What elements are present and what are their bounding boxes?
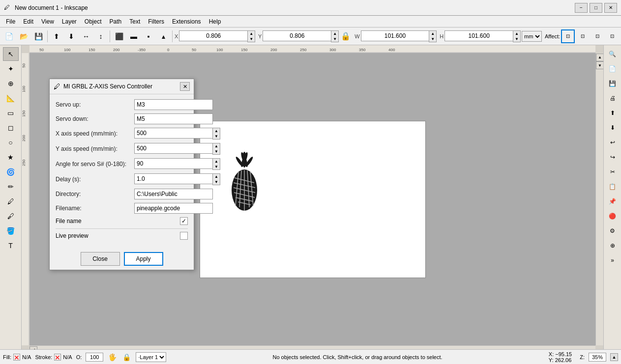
right-tool-4[interactable]: ⬆ bbox=[606, 106, 620, 120]
menu-view[interactable]: View bbox=[37, 17, 58, 26]
h-spin-up[interactable]: ▲ bbox=[513, 31, 520, 36]
x-spin-down[interactable]: ▼ bbox=[248, 36, 255, 42]
right-tool-9[interactable]: 🔴 bbox=[606, 209, 620, 223]
filename-input[interactable] bbox=[134, 203, 213, 214]
servo-angle-input[interactable] bbox=[134, 158, 212, 169]
tool-3d-box[interactable]: ◻ bbox=[3, 121, 19, 135]
x-input[interactable] bbox=[179, 30, 247, 41]
y-speed-input[interactable] bbox=[134, 143, 212, 154]
right-tool-1[interactable]: 📄 bbox=[606, 62, 620, 76]
toolbar-flip-h[interactable]: ↔ bbox=[79, 29, 93, 43]
menu-extensions[interactable]: Extensions bbox=[168, 17, 205, 26]
affect-btn-3[interactable]: ⊡ bbox=[591, 29, 604, 43]
x-speed-spin-up[interactable]: ▲ bbox=[213, 128, 220, 134]
minimize-button[interactable]: − bbox=[575, 3, 588, 13]
toolbar-open[interactable]: 📂 bbox=[17, 29, 30, 43]
toolbar-align-top[interactable]: ▴ bbox=[156, 29, 170, 43]
toolbar-save[interactable]: 💾 bbox=[31, 29, 45, 43]
h-input[interactable] bbox=[444, 30, 513, 41]
directory-input[interactable] bbox=[134, 189, 213, 199]
tool-rect[interactable]: ▭ bbox=[3, 106, 19, 120]
unit-select[interactable]: mmpxin bbox=[522, 31, 542, 42]
menu-object[interactable]: Object bbox=[81, 17, 106, 26]
toolbar-import[interactable]: ⬆ bbox=[50, 29, 63, 43]
servo-up-input[interactable] bbox=[134, 99, 213, 110]
right-tool-2[interactable]: 💾 bbox=[606, 77, 620, 90]
right-tool-3[interactable]: 🖨 bbox=[606, 91, 620, 105]
menu-path[interactable]: Path bbox=[106, 17, 126, 26]
menu-filters[interactable]: Filters bbox=[144, 17, 168, 26]
right-tool-zoom-fit[interactable]: 🔍 bbox=[606, 47, 620, 61]
live-preview-checkbox[interactable] bbox=[180, 232, 188, 240]
right-tool-8[interactable]: 📌 bbox=[606, 195, 620, 208]
maximize-button[interactable]: □ bbox=[590, 3, 602, 13]
apply-button[interactable]: Apply bbox=[124, 252, 163, 266]
toolbar-new[interactable]: 📄 bbox=[2, 29, 16, 43]
x-speed-input[interactable] bbox=[134, 128, 212, 139]
servo-angle-spin-down[interactable]: ▼ bbox=[213, 164, 220, 169]
tool-measure[interactable]: 📐 bbox=[3, 91, 19, 105]
affect-btn-1[interactable]: ⊡ bbox=[561, 29, 575, 43]
servo-angle-spin-up[interactable]: ▲ bbox=[213, 159, 220, 164]
y-input[interactable] bbox=[263, 30, 331, 41]
close-button[interactable]: ✕ bbox=[604, 3, 617, 13]
y-speed-spin-up[interactable]: ▲ bbox=[213, 143, 220, 149]
y-spin-up[interactable]: ▲ bbox=[331, 31, 338, 36]
servo-down-input[interactable] bbox=[134, 113, 213, 124]
scroll-down-btn[interactable]: ▼ bbox=[596, 61, 603, 69]
affect-btn-4[interactable]: ⊡ bbox=[605, 29, 619, 43]
right-tool-undo[interactable]: ↩ bbox=[606, 136, 620, 149]
tool-ellipse[interactable]: ○ bbox=[3, 136, 19, 149]
delay-input[interactable] bbox=[134, 173, 212, 184]
menu-help[interactable]: Help bbox=[205, 17, 225, 26]
h-spin-down[interactable]: ▼ bbox=[513, 36, 520, 42]
layer-select[interactable]: ·Layer 1 bbox=[136, 352, 166, 362]
tool-calligraphy[interactable]: 🖋 bbox=[3, 209, 19, 223]
zoom-input[interactable] bbox=[589, 353, 606, 362]
toolbar-align-right[interactable]: ▪ bbox=[142, 29, 155, 43]
w-spin-up[interactable]: ▲ bbox=[429, 31, 436, 36]
toolbar-align-center[interactable]: ▬ bbox=[127, 29, 141, 43]
tool-zoom[interactable]: ⊕ bbox=[3, 77, 19, 90]
w-input[interactable] bbox=[361, 30, 429, 41]
right-tool-11[interactable]: ⊕ bbox=[606, 239, 620, 252]
tool-text[interactable]: T bbox=[3, 239, 19, 252]
toolbar-flip-v[interactable]: ↕ bbox=[94, 29, 108, 43]
scroll-up-btn[interactable]: ▲ bbox=[596, 54, 603, 61]
opacity-input[interactable] bbox=[86, 353, 103, 362]
tool-select[interactable]: ↖ bbox=[3, 47, 19, 61]
vertical-scrollbar[interactable]: ▲ ▼ bbox=[595, 53, 603, 345]
tool-spiral[interactable]: 🌀 bbox=[3, 165, 19, 179]
tool-pen[interactable]: 🖊 bbox=[3, 195, 19, 208]
tool-pencil[interactable]: ✏ bbox=[3, 180, 19, 194]
toolbar-export[interactable]: ⬇ bbox=[64, 29, 78, 43]
right-tool-5[interactable]: ⬇ bbox=[606, 121, 620, 135]
right-tool-expand[interactable]: » bbox=[606, 253, 620, 267]
tool-paint-bucket[interactable]: 🪣 bbox=[3, 224, 19, 238]
toolbar-align-left[interactable]: ⬛ bbox=[112, 29, 126, 43]
menu-file[interactable]: File bbox=[2, 17, 19, 26]
right-tool-10[interactable]: ⚙ bbox=[606, 224, 620, 238]
menu-edit[interactable]: Edit bbox=[19, 17, 37, 26]
dialog-titlebar[interactable]: 🖊 MI GRBL Z-AXIS Servo Controller ✕ bbox=[50, 79, 194, 94]
file-name-checkbox[interactable]: ✓ bbox=[180, 217, 188, 225]
svg-text:150: 150 bbox=[22, 110, 26, 117]
tool-star[interactable]: ★ bbox=[3, 150, 19, 164]
right-tool-6[interactable]: ✂ bbox=[606, 165, 620, 179]
close-button[interactable]: Close bbox=[81, 252, 120, 266]
dialog-close-button[interactable]: ✕ bbox=[180, 82, 190, 91]
w-spin-down[interactable]: ▼ bbox=[429, 36, 436, 42]
affect-btn-2[interactable]: ⊡ bbox=[576, 29, 590, 43]
right-tool-redo[interactable]: ↪ bbox=[606, 150, 620, 164]
x-spin-up[interactable]: ▲ bbox=[248, 31, 255, 36]
tool-node[interactable]: ✦ bbox=[3, 62, 19, 76]
x-speed-spin-down[interactable]: ▼ bbox=[213, 134, 220, 139]
y-spin-down[interactable]: ▼ bbox=[331, 36, 338, 42]
right-tool-7[interactable]: 📋 bbox=[606, 180, 620, 194]
zoom-spin-up[interactable]: ▲ bbox=[610, 353, 618, 361]
delay-spin-up[interactable]: ▲ bbox=[213, 174, 220, 179]
delay-spin-down[interactable]: ▼ bbox=[213, 179, 220, 185]
menu-layer[interactable]: Layer bbox=[58, 17, 81, 26]
menu-text[interactable]: Text bbox=[125, 17, 144, 26]
y-speed-spin-down[interactable]: ▼ bbox=[213, 149, 220, 154]
